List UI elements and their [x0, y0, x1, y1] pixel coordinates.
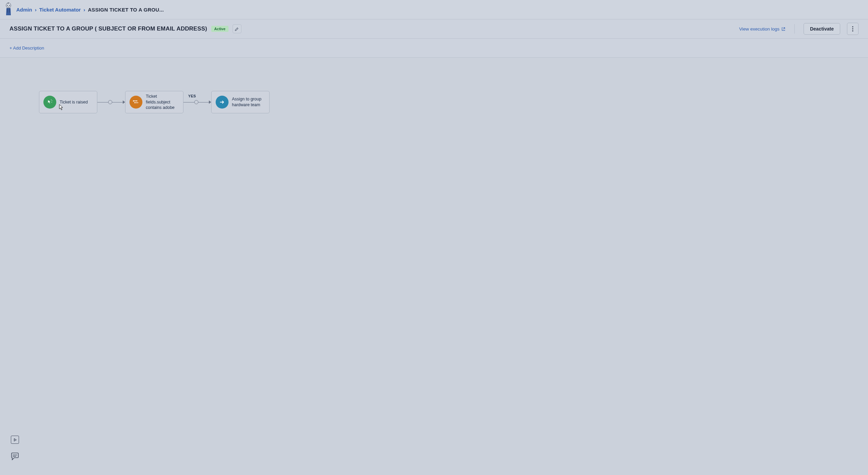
logs-link-label: View execution logs — [739, 26, 780, 32]
edit-title-button[interactable] — [233, 24, 241, 33]
cursor-click-icon — [43, 96, 56, 109]
workflow-node-trigger[interactable]: Ticket is raised — [39, 91, 97, 113]
breadcrumb-link-admin[interactable]: Admin — [16, 7, 32, 13]
breadcrumb-current: ASSIGN TICKET TO A GROU... — [88, 7, 164, 13]
svg-point-3 — [852, 26, 853, 27]
workflow-canvas[interactable]: Ticket is raised Ticket fields.subject c… — [0, 58, 868, 475]
filter-icon — [130, 96, 142, 109]
chat-icon — [10, 452, 20, 461]
workflow-node-condition[interactable]: Ticket fields.subject contains adobe — [125, 91, 183, 113]
tutorial-video-button[interactable] — [11, 436, 19, 444]
edge-label-yes: YES — [188, 94, 196, 98]
view-execution-logs-link[interactable]: View execution logs — [739, 26, 786, 32]
svg-point-1 — [7, 5, 8, 6]
page-title: ASSIGN TICKET TO A GROUP ( SUBJECT OR FR… — [9, 25, 207, 32]
title-bar: ASSIGN TICKET TO A GROUP ( SUBJECT OR FR… — [0, 19, 868, 39]
external-link-icon — [781, 27, 786, 31]
svg-point-2 — [9, 5, 10, 6]
workflow-node-action[interactable]: Assign to group hardware team — [211, 91, 270, 113]
node-label: Ticket fields.subject contains adobe — [146, 94, 179, 111]
add-description-link[interactable]: + Add Description — [9, 45, 44, 51]
arrow-right-icon — [216, 96, 229, 109]
divider — [794, 24, 795, 34]
deactivate-button[interactable]: Deactivate — [804, 23, 840, 35]
breadcrumb-link-ticket-automator[interactable]: Ticket Automator — [39, 7, 81, 13]
svg-point-5 — [852, 30, 853, 31]
node-label: Ticket is raised — [60, 99, 88, 105]
kebab-icon — [852, 26, 853, 32]
pencil-icon — [235, 27, 239, 31]
more-actions-button[interactable] — [847, 23, 859, 35]
chat-support-button[interactable] — [10, 452, 20, 462]
node-label: Assign to group hardware team — [232, 96, 265, 108]
play-icon — [13, 438, 17, 442]
workflow-connector — [183, 100, 211, 104]
svg-point-6 — [136, 100, 137, 101]
svg-point-4 — [852, 28, 853, 29]
chevron-right-icon: › — [83, 7, 85, 13]
breadcrumb: Admin › Ticket Automator › ASSIGN TICKET… — [0, 0, 868, 19]
chevron-right-icon: › — [35, 7, 37, 13]
workflow-connector — [97, 100, 125, 104]
description-bar: + Add Description — [0, 39, 868, 58]
svg-point-0 — [6, 3, 11, 8]
app-avatar — [3, 2, 14, 17]
status-badge: Active — [211, 26, 229, 32]
svg-point-7 — [134, 102, 135, 103]
